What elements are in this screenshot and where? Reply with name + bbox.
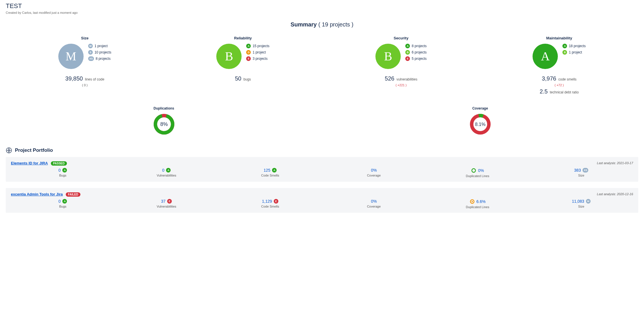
grade-chip-icon: A	[166, 168, 171, 172]
last-analysis-text: Last analysis: 2021-03-17	[597, 161, 633, 165]
legend-text: 1 project	[569, 50, 582, 54]
status-badge: PASSED	[51, 161, 67, 166]
stat-label: Coverage	[322, 205, 426, 208]
stat-value[interactable]: 0	[59, 199, 61, 204]
grade-chip-icon: S	[88, 50, 93, 55]
gauge-duplications: Duplications 8%	[153, 106, 176, 136]
stat-label: Vulnerabilities	[115, 174, 218, 177]
project-stat: 125ACode Smells	[218, 168, 322, 178]
metric-title: Size	[81, 36, 88, 40]
size-stats: 39,850 lines of code ( 0 )	[65, 75, 104, 87]
gauge-title: Duplications	[153, 106, 174, 110]
summary-label: Summary	[291, 21, 317, 28]
maintainability-grade-circle: A	[533, 44, 558, 69]
size-loc-label: lines of code	[85, 77, 104, 81]
reliability-bugs-label: bugs	[244, 77, 251, 81]
legend-text: 8 projects	[412, 44, 427, 48]
legend-item: B1 project	[562, 50, 582, 55]
reliability-stats: 50 bugs	[235, 75, 251, 82]
metrics-row: Size M M1 projectS10 projectsXS8 project…	[6, 36, 638, 95]
grade-chip-icon: B	[562, 50, 567, 55]
gauges-row: Duplications 8% Coverage 8.1%	[6, 106, 638, 136]
grade-chip-icon: M	[586, 199, 591, 204]
stat-label: Duplicated Lines	[426, 205, 529, 209]
maint-debt-label: technical debt ratio	[550, 90, 579, 94]
project-name-link[interactable]: Elements ID for JIRA	[11, 161, 48, 165]
project-stat: 0AVulnerabilities	[115, 168, 218, 178]
portfolio-section-header: Project Portfolio	[6, 147, 638, 154]
grade-chip-icon: B	[405, 50, 410, 55]
security-grade-circle: B	[375, 44, 401, 69]
stat-label: Coverage	[322, 174, 426, 177]
grade-chip-icon: A	[562, 44, 567, 48]
project-stat: 11,083MSize	[529, 199, 633, 209]
project-stat: 37EVulnerabilities	[115, 199, 218, 209]
project-stat: 0%Duplicated Lines	[426, 168, 529, 178]
portfolio-icon	[6, 147, 12, 154]
stat-value[interactable]: 0	[162, 168, 165, 172]
stat-value[interactable]: 11,083	[572, 199, 584, 204]
duplications-donut-icon: 8%	[153, 113, 176, 136]
metric-title: Security	[394, 36, 408, 40]
legend-text: 18 projects	[569, 44, 586, 48]
status-badge: FAILED	[66, 192, 81, 197]
stat-value[interactable]: 1,129	[262, 199, 272, 204]
grade-chip-icon: E	[274, 199, 278, 204]
stat-value[interactable]: 0%	[371, 199, 377, 204]
stat-label: Code Smells	[218, 174, 322, 177]
stat-value[interactable]: 125	[264, 168, 270, 172]
stat-value[interactable]: 383	[574, 168, 581, 172]
stat-value[interactable]: 0	[59, 168, 61, 172]
stat-value[interactable]: 37	[161, 199, 166, 204]
grade-chip-icon: A	[246, 44, 251, 48]
legend-item: D1 project	[246, 50, 266, 55]
metric-size: Size M M1 projectS10 projectsXS8 project…	[6, 36, 164, 95]
maint-smells-label: code smells	[558, 77, 576, 81]
legend-item: XS8 projects	[88, 56, 111, 61]
svg-point-7	[471, 201, 473, 202]
security-stats: 526 vulnerabilities ( +221 )	[385, 75, 417, 87]
legend-item: A8 projects	[405, 44, 427, 48]
project-stat: 0ABugs	[11, 168, 115, 178]
last-analysis-text: Last analysis: 2020-12-16	[597, 192, 633, 196]
grade-chip-icon: D	[246, 50, 251, 55]
stat-label: Code Smells	[218, 205, 322, 208]
metric-maintainability: Maintainability A A18 projectsB1 project…	[480, 36, 639, 95]
grade-chip-icon: A	[62, 199, 67, 204]
legend-text: 10 projects	[95, 50, 111, 54]
legend-text: 6 projects	[412, 50, 427, 54]
metric-security: Security B A8 projectsB6 projectsE5 proj…	[322, 36, 480, 95]
metric-title: Reliability	[234, 36, 252, 40]
project-stat: 0%Coverage	[322, 199, 426, 209]
legend-text: 3 projects	[252, 57, 267, 61]
project-name-link[interactable]: excentia Admin Tools for Jira	[11, 192, 63, 196]
stat-value[interactable]: 0%	[371, 168, 377, 172]
project-list: Elements ID for JIRAPASSEDLast analysis:…	[6, 157, 638, 213]
duplications-value: 8%	[160, 121, 167, 127]
maint-delta: ( +72 )	[555, 83, 564, 87]
page-title: TEST	[6, 2, 638, 10]
security-legend: A8 projectsB6 projectsE5 projects	[405, 44, 427, 61]
stat-label: Bugs	[11, 205, 115, 208]
stat-value[interactable]: 0%	[478, 168, 484, 173]
maint-smells-value: 3,976	[542, 75, 556, 82]
legend-item: A15 projects	[246, 44, 269, 48]
project-stat: 383XSSize	[529, 168, 633, 178]
legend-item: B6 projects	[405, 50, 427, 55]
project-stat: 1,129ECode Smells	[218, 199, 322, 209]
legend-text: 1 project	[252, 50, 266, 54]
maint-debt-value: 2.5	[540, 88, 548, 95]
portfolio-heading: Project Portfolio	[15, 147, 53, 153]
stat-value[interactable]: 6.6%	[477, 199, 486, 204]
project-card: excentia Admin Tools for JiraFAILEDLast …	[6, 188, 638, 213]
summary-heading: Summary ( 19 projects )	[6, 21, 638, 28]
legend-item: E5 projects	[405, 56, 427, 61]
legend-text: 1 project	[95, 44, 108, 48]
page-subtitle: Created by Carlos, last modified just a …	[6, 11, 638, 14]
summary-count: ( 19 projects )	[318, 21, 353, 28]
metric-reliability: Reliability B A15 projectsD1 projectE3 p…	[164, 36, 322, 95]
grade-chip-icon: E	[167, 199, 172, 204]
size-grade-circle: M	[58, 44, 84, 69]
svg-point-5	[472, 169, 476, 172]
grade-chip-icon: XS	[583, 168, 588, 172]
